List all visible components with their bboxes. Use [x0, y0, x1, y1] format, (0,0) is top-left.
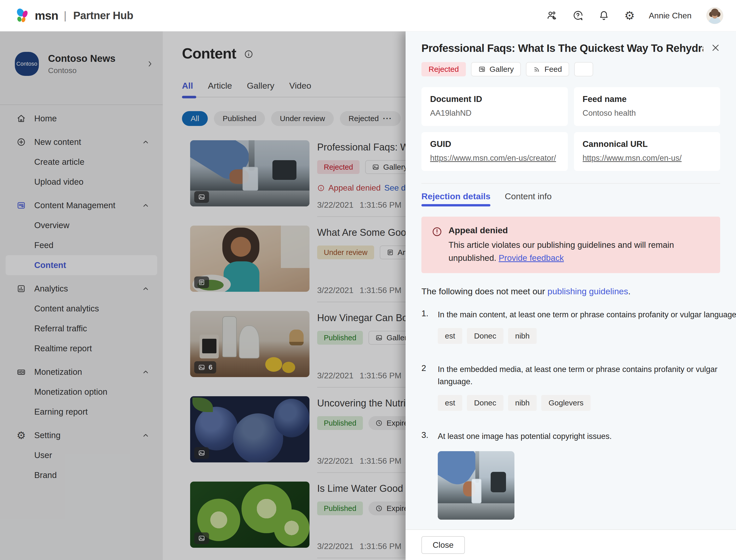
type-badge-label: Feed	[544, 65, 562, 74]
filter-all[interactable]: All	[182, 111, 208, 126]
user-avatar[interactable]	[706, 7, 723, 24]
provide-feedback-link[interactable]: Provide feedback	[499, 253, 564, 263]
field-label: GUID	[430, 139, 559, 149]
violation-text: In the embedded media, at least one term…	[438, 363, 720, 388]
gallery-collection-icon	[478, 65, 486, 73]
sidebar-item-upload-video[interactable]: Upload video	[6, 172, 157, 192]
gallery-photo-icon	[375, 334, 383, 342]
chevron-up-icon[interactable]	[142, 285, 149, 293]
article-icon	[198, 278, 205, 286]
tab-gallery[interactable]: Gallery	[247, 81, 274, 97]
article-thumbnail[interactable]	[190, 482, 309, 548]
tab-content-info[interactable]: Content info	[505, 191, 552, 206]
filter-published[interactable]: Published	[214, 111, 265, 126]
sidebar-item-realtime-report[interactable]: Realtime report	[6, 339, 157, 358]
more-options-icon[interactable]: ···	[383, 114, 392, 123]
term-chip: Goglevers	[541, 395, 591, 411]
tab-video[interactable]: Video	[289, 81, 311, 97]
media-type-chip	[194, 532, 209, 544]
sidebar-item-overview[interactable]: Overview	[6, 215, 157, 235]
user-name[interactable]: Annie Chen	[649, 11, 692, 20]
sidebar-item-label: Home	[34, 114, 57, 123]
article-thumbnail[interactable]	[190, 396, 309, 462]
publish-datetime: 3/22/20211:31:56 PM	[317, 286, 402, 295]
tab-all[interactable]: All	[182, 81, 193, 97]
drawer-title: Professional Faqs: What Is The Quickest …	[422, 42, 703, 54]
tab-article[interactable]: Article	[208, 81, 232, 97]
alert-title: Appeal denied	[449, 225, 710, 235]
sidebar-item-content-management[interactable]: Content Management	[6, 195, 157, 215]
field-label: Document ID	[430, 94, 559, 104]
gallery-photo-icon	[198, 193, 205, 201]
field-label: Cannonical URL	[583, 139, 712, 149]
chevron-up-icon[interactable]	[142, 138, 149, 146]
sidebar-item-label: Earning report	[34, 407, 88, 417]
field-feed-name: Feed name Contoso health	[574, 87, 720, 126]
chevron-up-icon[interactable]	[142, 202, 149, 209]
type-badge-gallery: Gallery	[471, 62, 521, 76]
org-logo: Contoso	[15, 52, 39, 76]
article-thumbnail[interactable]	[190, 140, 309, 206]
article-thumbnail[interactable]: 6	[190, 311, 309, 377]
sidebar-item-content-analytics[interactable]: Content analytics	[6, 299, 157, 319]
field-label: Feed name	[583, 94, 712, 104]
cannonical-url-link[interactable]: https://www.msn.com/en-us/	[583, 154, 712, 163]
violation-number: 3.	[422, 430, 438, 520]
status-badge: Rejected	[317, 160, 359, 174]
msn-butterfly-icon	[15, 8, 31, 23]
sidebar-item-label: Monetization	[34, 367, 82, 377]
chevron-up-icon[interactable]	[142, 368, 149, 376]
sidebar-item-brand[interactable]: Brand	[6, 465, 157, 485]
home-icon	[16, 114, 26, 123]
sidebar-item-feed[interactable]: Feed	[6, 235, 157, 255]
term-chip: Donec	[467, 395, 504, 411]
publish-datetime: 3/22/20211:31:56 PM	[317, 542, 402, 551]
field-guid: GUID https://www.msn.com/en-us/creator/	[422, 132, 568, 171]
msn-logo[interactable]: msn | Partner Hub	[15, 8, 133, 23]
sidebar-item-referral-traffic[interactable]: Referral traffic	[6, 319, 157, 339]
tab-rejection-details[interactable]: Rejection details	[422, 191, 491, 206]
close-button[interactable]: Close	[422, 536, 465, 554]
status-badge: Published	[317, 501, 363, 515]
info-icon[interactable]	[244, 49, 253, 59]
sidebar-item-analytics[interactable]: Analytics	[6, 279, 157, 299]
sidebar-item-monetization-option[interactable]: Monetization option	[6, 382, 157, 402]
sidebar-item-create-article[interactable]: Create article	[6, 152, 157, 172]
chevron-up-icon[interactable]	[142, 431, 149, 439]
sidebar-item-label: Referral traffic	[34, 324, 87, 333]
filter-rejected[interactable]: Rejected ···	[340, 111, 401, 126]
sidebar-item-monetization[interactable]: Monetization	[6, 362, 157, 382]
sidebar-item-new-content[interactable]: New content	[6, 132, 157, 152]
sidebar-item-earning-report[interactable]: Earning report	[6, 402, 157, 422]
filter-under-review[interactable]: Under review	[271, 111, 334, 126]
help-icon[interactable]	[572, 10, 584, 21]
sidebar-item-label: Content Management	[34, 201, 115, 210]
sidebar-item-home[interactable]: Home	[6, 109, 157, 129]
gallery-photo-icon	[198, 534, 205, 542]
org-subtitle: Contoso	[48, 66, 115, 75]
media-count: 6	[208, 363, 213, 371]
article-thumbnail[interactable]	[190, 226, 309, 292]
sidebar-item-setting[interactable]: ⚙ Setting	[6, 425, 157, 445]
alert-exclamation-icon	[432, 226, 442, 237]
publishing-guidelines-link[interactable]: publishing guidelines	[547, 286, 628, 296]
status-badge: Published	[317, 331, 363, 345]
sidebar-item-label: Monetization option	[34, 387, 107, 397]
sidebar-divider	[0, 104, 163, 105]
support-contact-icon[interactable]	[546, 10, 557, 21]
sidebar-item-label: Content analytics	[34, 304, 99, 313]
sidebar-item-content[interactable]: Content	[6, 255, 157, 275]
copyright-issue-image[interactable]	[438, 451, 515, 520]
notifications-bell-icon[interactable]	[598, 10, 610, 21]
settings-gear-icon[interactable]: ⚙	[624, 10, 634, 21]
sidebar-item-label: Analytics	[34, 284, 68, 294]
sidebar-item-label: Upload video	[34, 177, 84, 187]
rss-feed-icon	[533, 65, 541, 73]
org-switcher[interactable]: Contoso Contoso News Contoso	[15, 52, 154, 76]
sidebar-item-label: Realtime report	[34, 344, 92, 353]
sidebar-item-user[interactable]: User	[6, 445, 157, 465]
close-icon[interactable]	[711, 43, 720, 52]
guid-link[interactable]: https://www.msn.com/en-us/creator/	[430, 154, 559, 163]
type-badge-label: Gallery	[490, 65, 514, 74]
org-name: Contoso News	[48, 53, 115, 64]
